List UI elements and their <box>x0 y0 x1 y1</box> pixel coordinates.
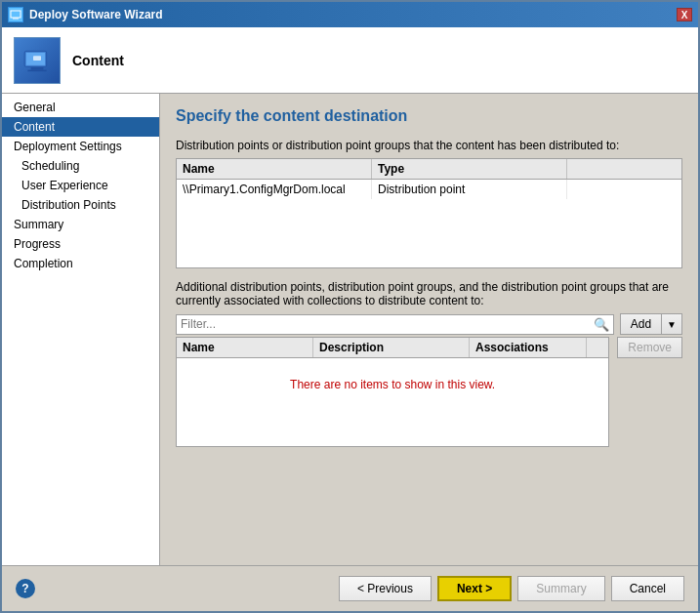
sidebar-item-scheduling[interactable]: Scheduling <box>2 156 159 176</box>
sidebar-item-completion[interactable]: Completion <box>2 254 159 273</box>
title-bar: Deploy Software Wizard X <box>2 2 698 27</box>
lower-table-header: Name Description Associations <box>177 338 608 358</box>
svg-rect-6 <box>27 69 46 71</box>
lower-col-extra <box>587 338 608 357</box>
sidebar-item-summary[interactable]: Summary <box>2 215 159 234</box>
svg-rect-5 <box>31 67 44 69</box>
sidebar-item-progress[interactable]: Progress <box>2 234 159 254</box>
upper-table-header: Name Type <box>177 159 681 180</box>
row-extra-cell <box>567 180 681 199</box>
main-content: Specify the content destination Distribu… <box>160 94 698 565</box>
upper-col-name: Name <box>177 159 372 179</box>
header-icon <box>14 37 61 84</box>
sidebar-item-general[interactable]: General <box>2 98 159 117</box>
table-row[interactable]: \\Primary1.ConfigMgrDom.local Distributi… <box>177 180 681 199</box>
window-title: Deploy Software Wizard <box>29 8 163 21</box>
help-button[interactable]: ? <box>16 579 35 598</box>
lower-col-desc: Description <box>313 338 470 357</box>
row-type-cell: Distribution point <box>372 180 567 199</box>
filter-input[interactable] <box>181 317 594 331</box>
button-bar: ? < Previous Next > Summary Cancel <box>2 565 698 611</box>
upper-col-type: Type <box>372 159 567 179</box>
sidebar-item-deployment-settings[interactable]: Deployment Settings <box>2 137 159 156</box>
summary-button[interactable]: Summary <box>517 576 604 601</box>
svg-rect-2 <box>13 13 19 16</box>
upper-description: Distribution points or distribution poin… <box>176 139 682 152</box>
sidebar-item-user-experience[interactable]: User Experience <box>2 176 159 195</box>
title-icon <box>8 7 23 22</box>
close-button[interactable]: X <box>677 8 692 21</box>
cancel-button[interactable]: Cancel <box>611 576 684 601</box>
button-bar-right: < Previous Next > Summary Cancel <box>339 576 684 601</box>
remove-button[interactable]: Remove <box>617 337 682 358</box>
empty-message: There are no items to show in this view. <box>177 358 608 411</box>
filter-row: 🔍 Add ▼ <box>176 313 682 335</box>
second-table-area: Name Description Associations There are … <box>176 337 682 552</box>
lower-col-name: Name <box>177 338 313 357</box>
side-buttons: Remove <box>617 337 682 552</box>
upper-table: Name Type \\Primary1.ConfigMgrDom.local … <box>176 158 682 268</box>
upper-col-extra <box>567 159 681 179</box>
next-button[interactable]: Next > <box>437 576 512 601</box>
lower-table-body: There are no items to show in this view. <box>177 358 608 446</box>
sidebar-item-distribution-points[interactable]: Distribution Points <box>2 195 159 215</box>
add-dropdown-arrow[interactable]: ▼ <box>661 313 682 335</box>
add-button[interactable]: Add <box>620 313 661 335</box>
content-area: General Content Deployment Settings Sche… <box>2 94 698 565</box>
row-name-cell: \\Primary1.ConfigMgrDom.local <box>177 180 372 199</box>
search-icon: 🔍 <box>594 317 609 332</box>
add-dropdown: Add ▼ <box>620 313 682 335</box>
header-bar: Content <box>2 27 698 94</box>
wizard-window: Deploy Software Wizard X Content General… <box>0 0 700 613</box>
sidebar-item-content[interactable]: Content <box>2 117 159 137</box>
previous-button[interactable]: < Previous <box>339 576 432 601</box>
header-title: Content <box>72 53 124 68</box>
page-title: Specify the content destination <box>176 107 682 125</box>
filter-wrapper: 🔍 <box>176 314 614 335</box>
lower-table-container: Name Description Associations There are … <box>176 337 609 447</box>
lower-col-assoc: Associations <box>470 338 587 357</box>
sidebar: General Content Deployment Settings Sche… <box>2 94 160 565</box>
upper-table-body: \\Primary1.ConfigMgrDom.local Distributi… <box>177 180 681 267</box>
svg-rect-7 <box>33 56 41 61</box>
lower-table: Name Description Associations There are … <box>176 337 609 552</box>
title-bar-left: Deploy Software Wizard <box>8 7 163 22</box>
lower-description: Additional distribution points, distribu… <box>176 280 682 307</box>
